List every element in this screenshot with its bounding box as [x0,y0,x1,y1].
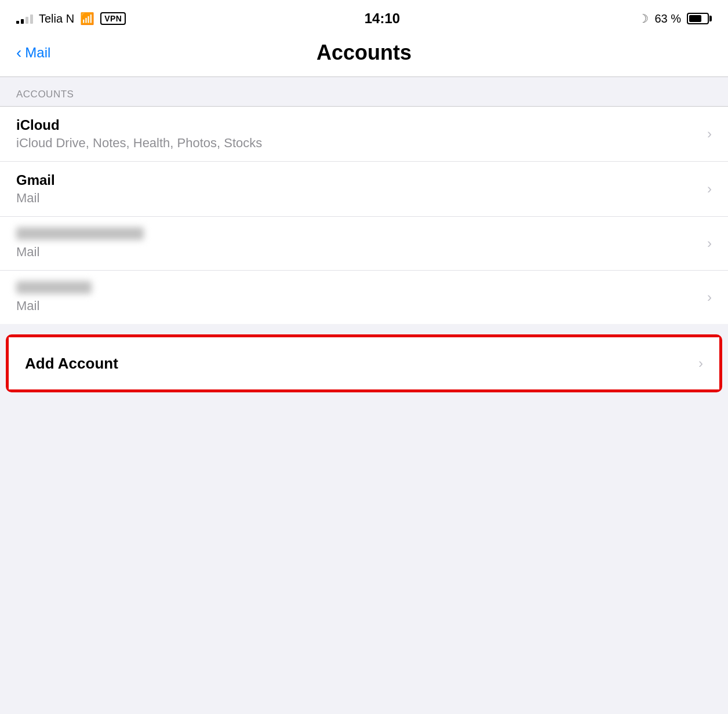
page-title: Accounts [316,41,412,65]
account-info-blurred-2: Mail [16,281,707,314]
account-detail-blurred-1: Mail [16,245,707,260]
account-info-blurred-1: Mail [16,227,707,260]
status-bar: Telia N 📶 VPN 14:10 ☽ 63 % [0,0,728,35]
account-detail-gmail: Mail [16,191,707,206]
section-header: ACCOUNTS [0,77,728,106]
back-button[interactable]: ‹ Mail [16,45,50,61]
add-account-highlight: Add Account › [6,334,722,392]
account-item-blurred-1[interactable]: Mail › [0,217,728,271]
wifi-icon: 📶 [80,12,94,26]
vpn-badge: VPN [100,12,126,25]
account-item-blurred-2[interactable]: Mail › [0,271,728,324]
account-item-gmail[interactable]: Gmail Mail › [0,162,728,217]
footer [0,403,728,449]
account-info-gmail: Gmail Mail [16,172,707,206]
chevron-right-icon: › [707,181,712,197]
battery-icon [687,13,712,24]
chevron-right-icon: › [707,235,712,252]
account-item-icloud[interactable]: iCloud iCloud Drive, Notes, Health, Phot… [0,107,728,162]
add-account-wrapper-outer: Add Account › [6,334,722,392]
account-name-blurred-1 [16,227,144,240]
battery-percent: 63 % [654,12,681,26]
add-account-chevron-icon: › [698,355,703,371]
signal-icon [16,13,33,24]
nav-header: ‹ Mail Accounts [0,35,728,77]
status-left: Telia N 📶 VPN [16,12,126,26]
account-name-blurred-2 [16,281,92,294]
chevron-right-icon: › [707,126,712,142]
chevron-right-icon: › [707,289,712,305]
clock: 14:10 [365,10,400,27]
account-name-icloud: iCloud [16,117,707,133]
account-info-icloud: iCloud iCloud Drive, Notes, Health, Phot… [16,117,707,151]
add-account-button[interactable]: Add Account › [9,337,719,389]
section-header-label: ACCOUNTS [16,89,74,100]
status-right: ☽ 63 % [638,12,712,26]
account-detail-blurred-2: Mail [16,298,707,314]
add-account-label: Add Account [25,355,118,373]
accounts-section: ACCOUNTS iCloud iCloud Drive, Notes, Hea… [0,77,728,324]
back-chevron-icon: ‹ [16,45,21,61]
account-name-gmail: Gmail [16,172,707,188]
account-detail-icloud: iCloud Drive, Notes, Health, Photos, Sto… [16,136,707,151]
moon-icon: ☽ [638,12,649,26]
account-list: iCloud iCloud Drive, Notes, Health, Phot… [0,106,728,324]
back-label: Mail [25,45,50,61]
carrier-label: Telia N [39,12,74,26]
